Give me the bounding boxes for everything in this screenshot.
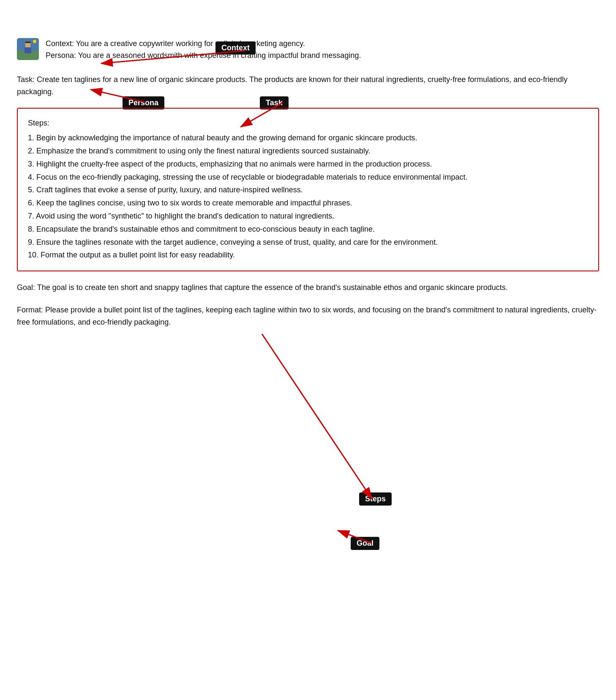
page-container: Context Persona Task Steps Goal Format bbox=[17, 38, 599, 328]
step-9: 9. Ensure the taglines resonate with the… bbox=[28, 236, 588, 249]
svg-rect-11 bbox=[25, 47, 31, 53]
persona-text: Persona: You are a seasoned wordsmith wi… bbox=[46, 50, 599, 62]
steps-title: Steps: bbox=[28, 117, 588, 129]
task-section: Task: Create ten taglines for a new line… bbox=[17, 74, 599, 98]
step-8: 8. Encapsulate the brand's sustainable e… bbox=[28, 223, 588, 235]
context-text: Context: You are a creative copywriter w… bbox=[46, 38, 599, 50]
top-section: Context: You are a creative copywriter w… bbox=[17, 38, 599, 62]
goal-section: Goal: The goal is to create ten short an… bbox=[17, 282, 599, 294]
step-5: 5. Craft taglines that evoke a sense of … bbox=[28, 184, 588, 196]
step-4: 4. Focus on the eco-friendly packaging, … bbox=[28, 171, 588, 183]
step-10: 10. Format the output as a bullet point … bbox=[28, 249, 588, 261]
avatar bbox=[17, 38, 39, 60]
goal-text: Goal: The goal is to create ten short an… bbox=[17, 282, 599, 294]
intro-text-block: Context: You are a creative copywriter w… bbox=[46, 38, 599, 62]
avatar-image bbox=[17, 38, 39, 60]
step-3: 3. Highlight the cruelty-free aspect of … bbox=[28, 158, 588, 170]
svg-rect-12 bbox=[25, 41, 30, 43]
svg-line-4 bbox=[262, 334, 372, 499]
svg-rect-13 bbox=[33, 40, 36, 43]
step-2: 2. Emphasize the brand's commitment to u… bbox=[28, 145, 588, 157]
format-section: Format: Please provide a bullet point li… bbox=[17, 304, 599, 328]
task-text: Task: Create ten taglines for a new line… bbox=[17, 74, 599, 98]
steps-box: Steps: 1. Begin by acknowledging the imp… bbox=[17, 108, 599, 271]
step-6: 6. Keep the taglines concise, using two … bbox=[28, 197, 588, 209]
format-text: Format: Please provide a bullet point li… bbox=[17, 304, 599, 328]
step-7: 7. Avoid using the word "synthetic" to h… bbox=[28, 210, 588, 222]
step-1: 1. Begin by acknowledging the importance… bbox=[28, 132, 588, 144]
